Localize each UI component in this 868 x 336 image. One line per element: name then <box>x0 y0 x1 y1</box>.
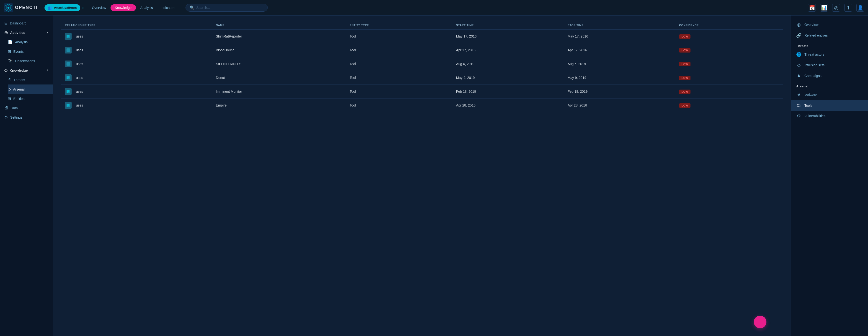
add-button[interactable]: + <box>754 316 767 328</box>
cell-name: ShimRatReporter <box>212 29 346 43</box>
sidebar-sub-activities: 📄 Analysis ⊞ Events 🔭 Observations <box>0 37 53 65</box>
cell-start-time: Feb 18, 2019 <box>452 85 564 99</box>
sidebar-item-data[interactable]: 🗄 Data <box>0 103 53 113</box>
right-panel-label-intrusion-sets: Intrusion sets <box>804 63 825 67</box>
table-row[interactable]: uses Imminent MonitorToolFeb 18, 2019Feb… <box>61 85 783 99</box>
sidebar-item-threats[interactable]: ⚗ Threats <box>8 75 53 84</box>
table-row[interactable]: uses DonutToolMay 9, 2019May 9, 2019LOW <box>61 71 783 85</box>
sidebar-item-settings[interactable]: ⚙ Settings <box>0 113 53 122</box>
cell-stop-time: Apr 28, 2016 <box>564 99 675 112</box>
breadcrumb-chevron: › <box>82 5 84 10</box>
entities-icon: ⊞ <box>8 96 11 101</box>
tab-overview[interactable]: Overview <box>89 4 109 11</box>
compass-icon[interactable]: ◎ <box>832 4 840 11</box>
cell-entity-type: Tool <box>346 85 452 99</box>
sidebar-section-main: ⊞ Dashboard ◎ Activities ∧ 📄 Analysis ⊞ … <box>0 18 53 123</box>
sidebar-section-activities[interactable]: ◎ Activities ∧ <box>0 28 53 37</box>
col-name: NAME <box>212 21 346 29</box>
dashboard-icon: ⊞ <box>4 21 7 25</box>
sidebar-label-arsenal: Arsenal <box>13 87 24 91</box>
table-row[interactable]: uses EmpireToolApr 28, 2016Apr 28, 2016L… <box>61 99 783 112</box>
cell-name: Empire <box>212 99 346 112</box>
sidebar-item-events[interactable]: ⊞ Events <box>8 47 53 56</box>
cell-rel-type: uses <box>61 85 212 99</box>
table-wrapper: RELATIONSHIP TYPE NAME ENTITY TYPE START… <box>53 16 790 336</box>
settings-icon: ⚙ <box>4 115 8 119</box>
tab-analysis[interactable]: Analysis <box>137 4 156 11</box>
cell-entity-type: Tool <box>346 57 452 71</box>
sidebar-label-settings: Settings <box>10 115 23 119</box>
arsenal-icon: ◇ <box>8 87 11 91</box>
upload-icon[interactable]: ⬆ <box>844 4 852 11</box>
table-row[interactable]: uses ShimRatReporterToolMay 17, 2016May … <box>61 29 783 43</box>
cell-rel-type: uses <box>61 57 212 71</box>
table-row[interactable]: uses BloodHoundToolApr 17, 2016Apr 17, 2… <box>61 43 783 57</box>
breadcrumb: 👥 Attack patterns › <box>44 4 84 11</box>
sidebar-item-entities[interactable]: ⊞ Entities <box>8 94 53 103</box>
cell-entity-type: Tool <box>346 99 452 112</box>
cell-stop-time: Feb 18, 2019 <box>564 85 675 99</box>
sidebar-section-knowledge[interactable]: ◇ Knowledge ∧ <box>0 65 53 75</box>
sidebar-label-data: Data <box>11 106 18 110</box>
user-icon[interactable]: 👤 <box>857 4 864 11</box>
right-panel-tools[interactable]: 🗂 Tools <box>791 100 868 111</box>
cell-name: SILENTTRINITY <box>212 57 346 71</box>
nav-tabs: Overview Knowledge Analysis Indicators <box>89 4 179 11</box>
col-rel-type: RELATIONSHIP TYPE <box>61 21 212 29</box>
activities-chevron: ∧ <box>46 31 49 34</box>
col-stop-time: STOP TIME <box>564 21 675 29</box>
search-input[interactable] <box>196 6 264 10</box>
svg-rect-10 <box>67 50 69 50</box>
cell-rel-type: uses <box>61 29 212 43</box>
logo: OPENCTI <box>4 3 38 12</box>
sidebar-label-entities: Entities <box>13 97 24 101</box>
sidebar-label-observations: Observations <box>15 59 35 63</box>
chart-icon[interactable]: 📊 <box>820 4 828 11</box>
calendar-icon[interactable]: 📅 <box>808 4 816 11</box>
sidebar: ⊞ Dashboard ◎ Activities ∧ 📄 Analysis ⊞ … <box>0 16 53 336</box>
svg-rect-19 <box>67 78 68 79</box>
breadcrumb-pill[interactable]: 👥 Attack patterns <box>44 4 80 11</box>
sidebar-item-analysis[interactable]: 📄 Analysis <box>8 37 53 47</box>
table-row[interactable]: uses SILENTTRINITYToolAug 6, 2019Aug 6, … <box>61 57 783 71</box>
right-panel-overview[interactable]: ◎ Overview <box>791 19 868 30</box>
cell-rel-type: uses <box>61 43 212 57</box>
vulnerabilities-icon: ⚙ <box>796 113 802 119</box>
cell-confidence: LOW <box>675 57 783 71</box>
right-panel-label-overview: Overview <box>804 23 818 27</box>
threats-icon: ⚗ <box>8 78 11 82</box>
cell-name: BloodHound <box>212 43 346 57</box>
right-panel-campaigns[interactable]: ♟ Campaigns <box>791 71 868 81</box>
tab-indicators[interactable]: Indicators <box>157 4 179 11</box>
analysis-icon: 📄 <box>8 40 12 44</box>
tab-knowledge[interactable]: Knowledge <box>111 4 136 11</box>
right-panel-threat-actors[interactable]: 🌐 Threat actors <box>791 49 868 60</box>
threat-actors-icon: 🌐 <box>796 52 802 57</box>
right-panel-malware[interactable]: ☣ Malware <box>791 90 868 100</box>
main-content: RELATIONSHIP TYPE NAME ENTITY TYPE START… <box>53 16 790 336</box>
sidebar-item-dashboard[interactable]: ⊞ Dashboard <box>0 19 53 28</box>
svg-rect-26 <box>67 105 69 106</box>
search-bar[interactable]: 🔍 <box>186 4 268 11</box>
col-start-time: START TIME <box>452 21 564 29</box>
right-panel-intrusion-sets[interactable]: ◇ Intrusion sets <box>791 60 868 71</box>
logo-icon <box>4 3 13 12</box>
svg-rect-14 <box>67 64 69 64</box>
cell-stop-time: Aug 6, 2019 <box>564 57 675 71</box>
cell-stop-time: May 17, 2016 <box>564 29 675 43</box>
observations-icon: 🔭 <box>8 59 12 63</box>
campaigns-icon: ♟ <box>796 73 802 78</box>
svg-rect-22 <box>67 91 69 92</box>
svg-rect-27 <box>67 106 68 107</box>
right-panel-vulnerabilities[interactable]: ⚙ Vulnerabilities <box>791 111 868 121</box>
svg-rect-18 <box>67 78 69 78</box>
sidebar-item-observations[interactable]: 🔭 Observations <box>8 56 53 65</box>
cell-stop-time: Apr 17, 2016 <box>564 43 675 57</box>
intrusion-sets-icon: ◇ <box>796 62 802 68</box>
cell-confidence: LOW <box>675 71 783 85</box>
sidebar-item-arsenal[interactable]: ◇ Arsenal <box>8 84 53 94</box>
right-panel-related-entities[interactable]: 🔗 Related entities <box>791 30 868 41</box>
right-panel-section-nav: ◎ Overview 🔗 Related entities <box>791 19 868 41</box>
cell-start-time: May 17, 2016 <box>452 29 564 43</box>
malware-icon: ☣ <box>796 92 802 97</box>
